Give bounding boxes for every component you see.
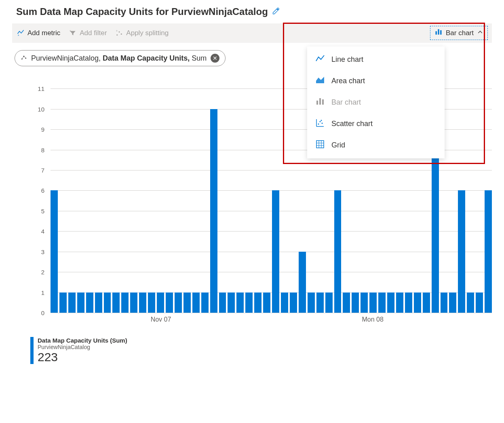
chart-bar[interactable] — [352, 293, 359, 313]
svg-point-14 — [318, 124, 319, 125]
svg-text:+: + — [70, 29, 72, 33]
chart-bar[interactable] — [467, 293, 474, 313]
y-tick: 2 — [41, 269, 44, 276]
chart-bar[interactable] — [378, 293, 386, 313]
chart-bar[interactable] — [139, 293, 146, 313]
chart-bar[interactable] — [361, 293, 368, 313]
edit-pencil-icon[interactable] — [272, 7, 280, 17]
add-filter-label: Add filter — [80, 29, 107, 37]
apply-splitting-button[interactable]: + Apply splitting — [116, 29, 169, 37]
svg-point-16 — [322, 123, 323, 124]
menu-grid[interactable]: Grid — [307, 135, 445, 156]
chart-bar[interactable] — [157, 293, 164, 313]
chart-bar[interactable] — [219, 293, 226, 313]
y-tick: 7 — [41, 166, 44, 173]
chart-bar[interactable] — [405, 293, 412, 313]
chart-type-menu: Line chart Area chart Bar chart Scatter … — [307, 46, 445, 158]
menu-line-chart-label: Line chart — [331, 55, 363, 64]
chart-bar[interactable] — [228, 293, 235, 313]
chart-bar[interactable] — [334, 190, 342, 313]
legend-value: 223 — [38, 350, 127, 364]
svg-rect-8 — [440, 30, 441, 35]
chart-bar[interactable] — [396, 293, 403, 313]
split-icon: + — [116, 29, 123, 37]
chart-bar[interactable] — [183, 293, 191, 313]
menu-bar-chart[interactable]: Bar chart — [307, 92, 445, 113]
chart-bar[interactable] — [130, 293, 137, 313]
chart-bar[interactable] — [77, 293, 84, 313]
chart-bar[interactable] — [308, 293, 315, 313]
metric-series-icon — [21, 54, 27, 63]
chart-bar[interactable] — [369, 293, 377, 313]
chart-bar[interactable] — [236, 293, 244, 313]
chart-bar[interactable] — [95, 293, 102, 313]
chart-bar[interactable] — [299, 252, 306, 313]
chart-bar[interactable] — [476, 293, 483, 313]
menu-bar-chart-label: Bar chart — [331, 98, 361, 107]
chart-bar[interactable] — [485, 190, 492, 313]
chart-bar[interactable] — [245, 293, 253, 313]
chart-bar[interactable] — [59, 293, 67, 313]
chart-bar[interactable] — [148, 293, 155, 313]
chart-bar[interactable] — [86, 293, 93, 313]
grid-icon — [315, 139, 325, 151]
remove-metric-icon[interactable]: ✕ — [211, 54, 219, 63]
svg-text:+: + — [116, 29, 118, 33]
chart-bar[interactable] — [166, 293, 173, 313]
metrics-toolbar: + Add metric + Add filter + Apply splitt… — [12, 23, 492, 43]
add-metric-button[interactable]: + Add metric — [17, 29, 60, 37]
chart-legend: Data Map Capacity Units (Sum) PurviewNin… — [30, 337, 492, 364]
menu-area-chart[interactable]: Area chart — [307, 70, 445, 92]
chart-bar[interactable] — [343, 293, 350, 313]
svg-point-15 — [320, 121, 321, 122]
chart-bar[interactable] — [387, 293, 394, 313]
y-tick: 6 — [41, 187, 44, 194]
metric-chip[interactable]: PurviewNinjaCatalog, Data Map Capacity U… — [15, 50, 226, 66]
chart-bar[interactable] — [121, 293, 129, 313]
svg-rect-6 — [436, 31, 437, 34]
chevron-up-icon — [477, 29, 483, 37]
legend-title: Data Map Capacity Units (Sum) — [38, 337, 127, 344]
chart-bar[interactable] — [290, 293, 297, 313]
x-tick: Mon 08 — [362, 316, 383, 323]
chart-type-dropdown[interactable]: Bar chart — [430, 26, 488, 40]
svg-point-17 — [321, 120, 322, 121]
chart-bar[interactable] — [51, 190, 58, 313]
add-filter-button[interactable]: + Add filter — [69, 29, 107, 37]
chart-bar[interactable] — [414, 293, 421, 313]
chart-bar[interactable] — [441, 293, 448, 313]
menu-line-chart[interactable]: Line chart — [307, 49, 445, 70]
scatter-chart-icon — [315, 118, 325, 130]
chart-bar[interactable] — [112, 293, 120, 313]
chart-bar[interactable] — [210, 109, 217, 313]
chart-bar[interactable] — [254, 293, 261, 313]
chart-bar[interactable] — [175, 293, 182, 313]
svg-point-4 — [121, 34, 122, 35]
chart-bar[interactable] — [68, 293, 76, 313]
chip-metric: Data Map Capacity Units, — [103, 54, 192, 62]
chart-bar[interactable] — [325, 293, 333, 313]
chart-bar[interactable] — [201, 293, 209, 313]
line-chart-icon — [315, 54, 325, 65]
filter-icon: + — [69, 29, 76, 37]
chart-bar[interactable] — [281, 293, 288, 313]
menu-grid-label: Grid — [331, 141, 345, 149]
y-tick: 8 — [41, 146, 44, 153]
chart-bar[interactable] — [316, 293, 324, 313]
chart-bar[interactable] — [104, 293, 111, 313]
x-tick: Nov 07 — [151, 316, 171, 323]
chart-bar[interactable] — [272, 190, 279, 313]
y-tick: 3 — [41, 248, 44, 255]
chart-bar[interactable] — [192, 293, 200, 313]
legend-color-swatch — [30, 337, 34, 364]
bar-chart-icon-disabled — [315, 97, 325, 108]
chart-bar[interactable] — [458, 190, 465, 313]
menu-scatter-chart-label: Scatter chart — [331, 120, 373, 128]
page-title: Sum Data Map Capacity Units for PurviewN… — [16, 6, 268, 17]
menu-scatter-chart[interactable]: Scatter chart — [307, 113, 445, 135]
svg-rect-7 — [438, 29, 439, 34]
chart-bar[interactable] — [423, 293, 430, 313]
chart-bar[interactable] — [263, 293, 270, 313]
chart-bar[interactable] — [449, 293, 456, 313]
svg-rect-18 — [316, 141, 324, 148]
